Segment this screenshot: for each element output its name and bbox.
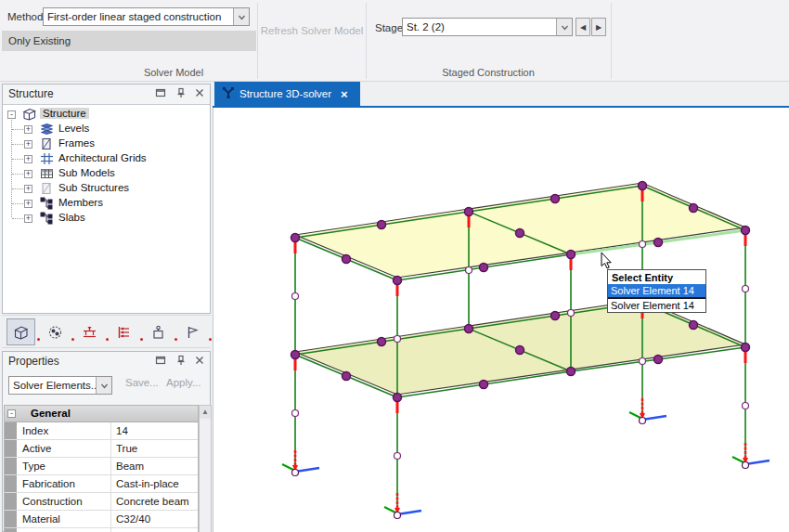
solver-node[interactable] xyxy=(343,255,351,264)
stage-previous-button[interactable]: ◀ xyxy=(576,18,590,36)
expand-icon[interactable]: + xyxy=(24,170,32,178)
chevron-down-icon[interactable] xyxy=(233,8,249,25)
releases-filter-button[interactable] xyxy=(178,318,207,345)
support-node[interactable] xyxy=(292,470,299,476)
apply-button[interactable]: Apply... xyxy=(166,377,201,388)
support-node[interactable] xyxy=(640,418,646,424)
mid-node[interactable] xyxy=(640,358,646,365)
solver-node[interactable] xyxy=(567,251,576,259)
structure-filter-button[interactable] xyxy=(6,318,35,345)
chevron-down-icon[interactable] xyxy=(96,377,111,394)
save-button[interactable]: Save... xyxy=(125,377,159,388)
select-entity-item-selected[interactable]: Solver Element 14 xyxy=(608,284,705,297)
solver-node[interactable] xyxy=(394,394,402,402)
supports-filter-button[interactable] xyxy=(75,318,104,345)
mid-node[interactable] xyxy=(292,293,299,300)
solver-node[interactable] xyxy=(551,195,560,203)
property-section-general[interactable]: - General xyxy=(5,406,198,422)
only-existing-button[interactable]: Only Existing xyxy=(2,31,256,51)
property-value[interactable]: C32/40 xyxy=(116,513,150,525)
solver-node[interactable] xyxy=(654,239,663,247)
expand-icon[interactable]: + xyxy=(24,214,32,223)
collapse-icon[interactable]: - xyxy=(7,409,16,418)
tree-item-sub-models[interactable]: + Sub Models xyxy=(3,166,210,181)
property-value[interactable]: True xyxy=(116,443,137,454)
solver-node[interactable] xyxy=(551,312,560,320)
loads-filter-button[interactable] xyxy=(110,318,138,345)
expand-icon[interactable]: + xyxy=(24,155,32,163)
solver-node[interactable] xyxy=(516,229,524,238)
support-node[interactable] xyxy=(743,462,749,469)
solver-node[interactable] xyxy=(690,321,698,330)
dropdown-dot-icon[interactable] xyxy=(209,338,212,341)
stage-next-button[interactable]: ▶ xyxy=(591,18,606,36)
solver-node[interactable] xyxy=(343,372,351,381)
solver-node[interactable] xyxy=(480,264,488,272)
solver-node[interactable] xyxy=(291,351,300,359)
solver-node[interactable] xyxy=(378,221,386,229)
solver-node[interactable] xyxy=(516,346,524,355)
sections-filter-button[interactable] xyxy=(41,318,70,345)
expand-icon[interactable]: + xyxy=(24,125,32,134)
tree-item-frames[interactable]: + Frames xyxy=(3,136,210,151)
chevron-down-icon[interactable] xyxy=(556,19,572,35)
solver-node[interactable] xyxy=(742,227,750,235)
solver-node[interactable] xyxy=(378,338,386,346)
expand-icon[interactable]: + xyxy=(24,185,32,193)
solver-node[interactable] xyxy=(465,208,473,216)
solver-3d-scene[interactable] xyxy=(213,107,789,532)
solver-node[interactable] xyxy=(654,356,663,364)
dropdown-dot-icon[interactable] xyxy=(175,338,177,341)
solver-node[interactable] xyxy=(291,234,300,242)
dropdown-dot-icon[interactable] xyxy=(37,338,40,341)
property-grid-scrollbar[interactable]: ▲ xyxy=(199,405,212,532)
solver-node[interactable] xyxy=(690,204,698,213)
solver-node[interactable] xyxy=(465,325,473,333)
solver-node[interactable] xyxy=(394,277,402,285)
maximize-icon[interactable] xyxy=(155,355,167,367)
tree-item-structure[interactable]: - Structure xyxy=(3,107,210,122)
mid-node[interactable] xyxy=(394,453,401,460)
mid-node[interactable] xyxy=(568,310,575,317)
mid-node[interactable] xyxy=(743,286,749,292)
mid-node[interactable] xyxy=(466,267,472,274)
tab-close-icon[interactable]: × xyxy=(341,88,348,100)
solver-node[interactable] xyxy=(639,182,647,190)
properties-type-combobox[interactable]: Solver Elements... xyxy=(8,376,112,395)
tree-item-slabs[interactable]: + Slabs xyxy=(3,211,210,226)
tab-structure-3d-solver[interactable]: Structure 3D-solver × xyxy=(214,82,360,106)
pin-icon[interactable] xyxy=(175,355,188,367)
property-value[interactable]: Cast-in-place xyxy=(116,478,179,489)
collapse-icon[interactable]: - xyxy=(7,110,16,119)
point-supports-filter-button[interactable] xyxy=(144,318,173,345)
tree-item-members[interactable]: + Members xyxy=(3,196,210,211)
expand-icon[interactable]: + xyxy=(24,140,32,149)
mid-node[interactable] xyxy=(743,403,749,409)
tree-item-levels[interactable]: + Levels xyxy=(3,122,210,136)
close-icon[interactable] xyxy=(194,355,206,367)
select-entity-item[interactable]: Solver Element 14 xyxy=(608,299,705,312)
expand-icon[interactable]: + xyxy=(24,200,32,208)
method-combobox[interactable]: First-order linear staged construction xyxy=(43,7,250,26)
support-node[interactable] xyxy=(394,513,401,519)
maximize-icon[interactable] xyxy=(155,87,167,99)
solver-node[interactable] xyxy=(480,381,488,389)
close-icon[interactable] xyxy=(194,87,206,99)
mid-node[interactable] xyxy=(640,241,646,248)
mid-node[interactable] xyxy=(292,410,299,417)
scroll-up-icon[interactable]: ▲ xyxy=(200,406,211,419)
property-value[interactable]: Concrete beam xyxy=(116,496,189,507)
stage-combobox[interactable]: St. 2 (2) xyxy=(402,18,573,36)
pin-icon[interactable] xyxy=(175,87,188,99)
refresh-solver-model-button[interactable]: Refresh Solver Model xyxy=(260,25,364,36)
dropdown-dot-icon[interactable] xyxy=(140,338,143,341)
property-value[interactable]: 14 xyxy=(116,425,128,436)
property-value[interactable]: Beam xyxy=(116,461,144,472)
dropdown-dot-icon[interactable] xyxy=(106,338,109,341)
tree-item-architectural-grids[interactable]: + Architectural Grids xyxy=(3,151,210,166)
mid-node[interactable] xyxy=(394,336,401,343)
dropdown-dot-icon[interactable] xyxy=(71,338,74,341)
solver-node[interactable] xyxy=(567,368,576,376)
solver-node[interactable] xyxy=(742,344,750,352)
tree-item-sub-structures[interactable]: + Sub Structures xyxy=(3,181,210,196)
